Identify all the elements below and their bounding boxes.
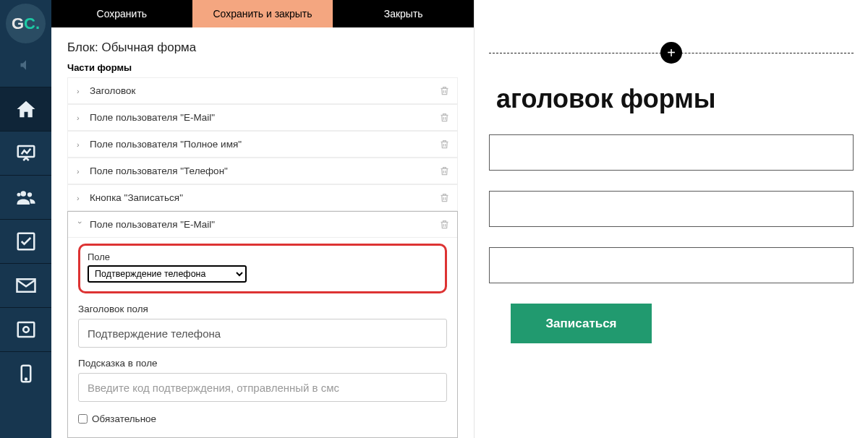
app-sidebar: GC. (0, 0, 51, 438)
form-part-header[interactable]: › Кнопка "Записаться" (68, 185, 457, 210)
svg-point-8 (25, 379, 27, 380)
trash-icon[interactable] (439, 112, 450, 126)
plus-icon: + (667, 45, 676, 61)
chevron-right-icon: › (77, 113, 84, 122)
field-select[interactable]: Подтверждение телефона (88, 265, 247, 283)
required-checkbox[interactable] (78, 414, 88, 424)
tab-save-close[interactable]: Сохранить и закрыть (192, 0, 333, 27)
trash-icon[interactable] (439, 192, 450, 206)
required-checkbox-row[interactable]: Обязательное (78, 413, 447, 424)
chevron-right-icon: › (77, 140, 84, 149)
form-part: › Кнопка "Записаться" (67, 184, 458, 211)
form-part-label: Поле пользователя "E-Mail" (90, 112, 215, 123)
trash-icon[interactable] (439, 166, 450, 179)
form-part-label: Поле пользователя "Телефон" (90, 166, 228, 176)
form-part-header[interactable]: › Поле пользователя "E-Mail" (68, 212, 457, 237)
presentation-icon[interactable] (0, 132, 51, 175)
title-label: Заголовок поля (78, 304, 447, 314)
preview-input[interactable] (489, 247, 854, 283)
required-label: Обязательное (92, 413, 156, 424)
app-logo: GC. (6, 4, 46, 43)
chevron-right-icon: › (77, 167, 84, 176)
expanded-body: Поле Подтверждение телефона Заголовок по… (68, 237, 457, 437)
field-title-input[interactable] (78, 319, 447, 348)
chevron-down-icon: › (76, 221, 85, 228)
add-section-bar: + (489, 43, 854, 62)
svg-point-3 (17, 193, 20, 197)
sound-icon[interactable] (0, 43, 51, 87)
logo-g: G (12, 14, 24, 33)
form-part-expanded: › Поле пользователя "E-Mail" Поле Подтве… (67, 211, 458, 438)
form-part: › Поле пользователя "Полное имя" (67, 131, 458, 158)
safe-icon[interactable] (0, 308, 51, 351)
parts-label: Части формы (67, 62, 458, 73)
field-label: Поле (88, 252, 438, 262)
users-icon[interactable] (0, 176, 51, 219)
trash-icon[interactable] (439, 139, 450, 153)
svg-rect-5 (17, 322, 34, 337)
hint-label: Подсказка в поле (78, 358, 447, 369)
logo-c: C. (24, 14, 40, 33)
form-parts-list: › Заголовок › Поле пользователя "E-Mail" (67, 77, 458, 438)
form-part-header[interactable]: › Поле пользователя "Полное имя" (68, 132, 457, 157)
form-part-header[interactable]: › Поле пользователя "E-Mail" (68, 105, 457, 130)
form-part-label: Поле пользователя "E-Mail" (90, 219, 215, 230)
preview-area: + аголовок формы Записаться (475, 0, 868, 438)
block-title: Блок: Обычная форма (67, 40, 458, 55)
mobile-icon[interactable] (0, 352, 51, 395)
field-select-block: Поле Подтверждение телефона (78, 244, 447, 293)
svg-point-1 (20, 191, 26, 197)
svg-point-2 (27, 192, 31, 197)
trash-icon[interactable] (439, 219, 450, 233)
signup-button[interactable]: Записаться (511, 304, 652, 343)
form-part-label: Поле пользователя "Полное имя" (90, 139, 242, 150)
tab-save[interactable]: Сохранить (51, 0, 192, 27)
mail-icon[interactable] (0, 264, 51, 307)
check-icon[interactable] (0, 220, 51, 263)
chevron-right-icon: › (77, 194, 84, 202)
form-part-label: Кнопка "Записаться" (90, 192, 183, 203)
editor-tabs: Сохранить Сохранить и закрыть Закрыть (51, 0, 474, 27)
preview-input[interactable] (489, 134, 854, 171)
editor-body: Блок: Обычная форма Части формы › Заголо… (51, 27, 474, 438)
form-title: аголовок формы (496, 84, 854, 114)
form-part: › Заголовок (67, 77, 458, 104)
add-section-button[interactable]: + (660, 42, 682, 64)
form-part: › Поле пользователя "Телефон" (67, 158, 458, 184)
field-select-wrap: Подтверждение телефона (88, 265, 438, 283)
form-part: › Поле пользователя "E-Mail" (67, 104, 458, 131)
tab-close[interactable]: Закрыть (333, 0, 474, 27)
chevron-right-icon: › (77, 87, 84, 95)
svg-point-6 (23, 327, 29, 332)
preview-input[interactable] (489, 191, 854, 227)
field-hint-input[interactable] (78, 373, 447, 402)
editor-panel: Сохранить Сохранить и закрыть Закрыть Бл… (51, 0, 475, 438)
form-part-header[interactable]: › Заголовок (68, 78, 457, 103)
trash-icon[interactable] (439, 85, 450, 99)
form-part-label: Заголовок (90, 85, 135, 96)
home-icon[interactable] (0, 87, 51, 131)
form-part-header[interactable]: › Поле пользователя "Телефон" (68, 158, 457, 184)
